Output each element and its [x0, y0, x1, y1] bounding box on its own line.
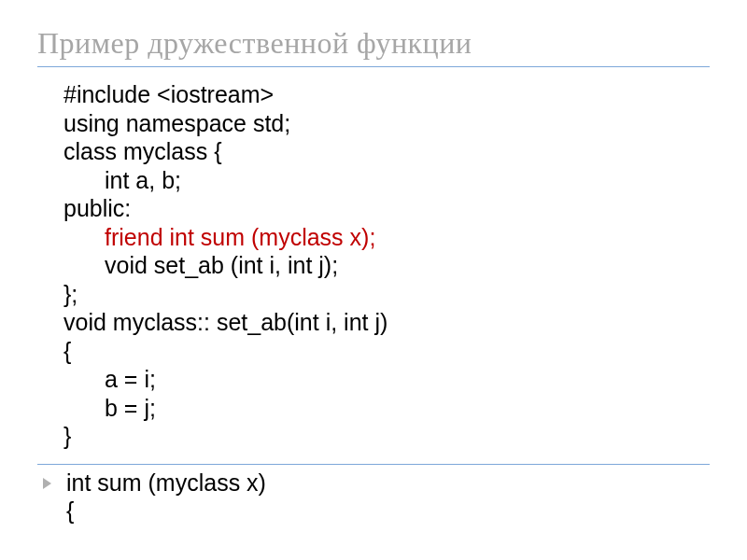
code-line: b = j; — [63, 394, 710, 423]
divider-top — [37, 66, 710, 67]
code-block: #include <iostream> using namespace std;… — [63, 80, 710, 451]
code-text: b = j; — [63, 394, 156, 423]
bullet-item: int sum (myclass x) { — [43, 469, 710, 525]
code-highlight: friend int sum (myclass x); — [63, 223, 375, 252]
code-text: a = i; — [63, 365, 156, 394]
code-line: a = i; — [63, 365, 710, 394]
code-line: { — [63, 337, 710, 366]
code-text: void set_ab (int i, int j); — [63, 251, 338, 280]
bullet-marker-icon — [43, 478, 51, 489]
code-line: int sum (myclass x) — [66, 469, 266, 497]
code-line: } — [63, 422, 710, 451]
code-line: #include <iostream> — [63, 80, 710, 109]
bullet-text-block: int sum (myclass x) { — [66, 469, 266, 525]
code-line: friend int sum (myclass x); — [63, 223, 710, 252]
code-line: int a, b; — [63, 166, 710, 195]
slide-title: Пример дружественной функции — [37, 26, 710, 61]
code-line: }; — [63, 280, 710, 309]
code-text: int a, b; — [63, 166, 181, 195]
code-line: using namespace std; — [63, 109, 710, 138]
slide: Пример дружественной функции #include <i… — [0, 0, 747, 560]
code-line: { — [66, 497, 266, 525]
code-line: public: — [63, 194, 710, 223]
code-line: void myclass:: set_ab(int i, int j) — [63, 308, 710, 337]
divider-bottom — [37, 464, 710, 465]
code-line: class myclass { — [63, 137, 710, 166]
code-line: void set_ab (int i, int j); — [63, 251, 710, 280]
